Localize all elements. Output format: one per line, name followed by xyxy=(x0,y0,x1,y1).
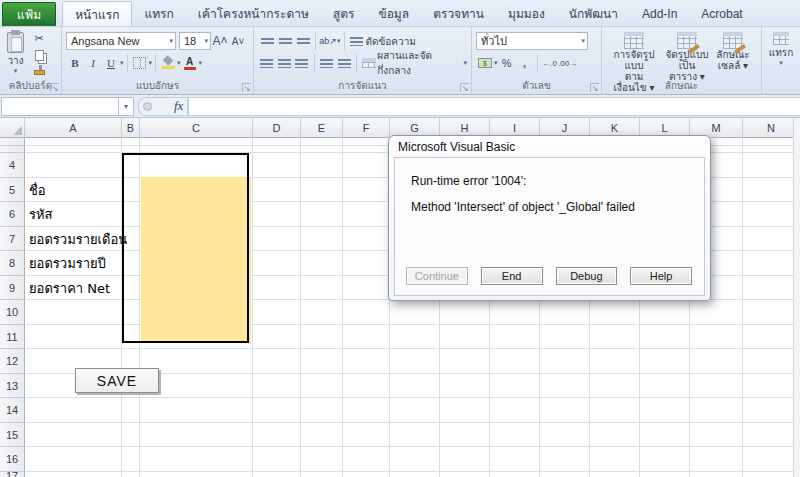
tab-0[interactable]: หน้าแรก xyxy=(62,1,132,26)
increase-indent-button[interactable] xyxy=(335,55,353,71)
name-box[interactable] xyxy=(1,97,119,116)
vertical-scrollbar[interactable] xyxy=(793,118,800,477)
cut-icon[interactable]: ✂ xyxy=(30,30,48,46)
align-top-button[interactable] xyxy=(258,33,276,49)
column-header-D[interactable]: D xyxy=(253,118,301,138)
select-all-corner[interactable] xyxy=(0,118,25,138)
ribbon-tab-strip: แฟ้ม หน้าแรกแทรกเค้าโครงหน้ากระดาษสูตรข้… xyxy=(0,0,800,27)
align-left-button[interactable] xyxy=(258,55,276,71)
font-name-combo[interactable]: Angsana New ▾ xyxy=(66,32,176,50)
row-header-7[interactable]: 7 xyxy=(0,227,25,251)
font-dialog-launcher[interactable]: ↘ xyxy=(242,83,251,92)
divider xyxy=(344,32,345,50)
row-header-15[interactable]: 15 xyxy=(0,423,25,447)
row-header-4[interactable]: 4 xyxy=(0,153,25,178)
tab-1[interactable]: แทรก xyxy=(132,1,185,26)
font-size-combo[interactable]: 18 ▾ xyxy=(179,32,211,50)
fill-color-button[interactable] xyxy=(159,55,177,71)
align-bottom-button[interactable] xyxy=(294,33,312,49)
dialog-debug-button[interactable]: Debug xyxy=(556,267,618,285)
row-header-13[interactable]: 13 xyxy=(0,374,25,398)
align-right-button[interactable] xyxy=(293,55,311,71)
bold-button[interactable]: B xyxy=(66,55,84,71)
align-middle-button[interactable] xyxy=(276,33,294,49)
comma-button[interactable]: , xyxy=(516,55,534,71)
tab-5[interactable]: ตรวจทาน xyxy=(421,1,496,26)
increase-decimal-button[interactable]: ←.0 xyxy=(541,55,559,71)
insert-function-icon[interactable]: fx xyxy=(174,98,183,114)
merge-center-button[interactable]: ผสานและจัดกึ่งกลาง xyxy=(377,48,463,78)
row-header-thin[interactable] xyxy=(0,146,25,153)
cell-styles-icon xyxy=(723,32,743,49)
orientation-dropdown-arrow[interactable]: ▾ xyxy=(337,38,341,44)
accounting-format-button[interactable]: $ xyxy=(476,55,494,71)
insert-cells-button[interactable]: แทรก ▾ xyxy=(766,30,796,68)
save-button[interactable]: SAVE xyxy=(75,368,159,393)
row-header-10[interactable]: 10 xyxy=(0,300,25,325)
underline-dropdown-arrow[interactable]: ▾ xyxy=(120,60,124,66)
clipboard-dialog-launcher[interactable]: ↘ xyxy=(50,83,59,92)
error-code-text: Run-time error '1004': xyxy=(411,174,635,188)
tab-2[interactable]: เค้าโครงหน้ากระดาษ xyxy=(186,1,321,26)
orientation-button[interactable]: ab↗ xyxy=(319,33,337,49)
row-header-6[interactable]: 6 xyxy=(0,202,25,227)
shrink-font-button[interactable]: A˅ xyxy=(229,33,247,49)
group-number: ทั่วไป ▾ $ ▾ % , ←.0 .00→ ตัวเลข ↘ xyxy=(472,27,602,94)
font-color-button[interactable]: A xyxy=(181,55,199,71)
dialog-message: Run-time error '1004': Method 'Intersect… xyxy=(411,174,635,214)
wrap-text-button[interactable]: ตัดข้อความ xyxy=(366,34,416,49)
row-header-11[interactable]: 11 xyxy=(0,325,25,349)
paste-button[interactable]: วาง ▾ xyxy=(4,30,27,80)
tab-4[interactable]: ข้อมูล xyxy=(366,1,421,26)
row-header-5[interactable]: 5 xyxy=(0,178,25,202)
align-center-button[interactable] xyxy=(276,55,294,71)
percent-button[interactable]: % xyxy=(498,55,516,71)
column-header-A[interactable]: A xyxy=(25,118,122,138)
formula-input[interactable] xyxy=(188,97,800,116)
cell-A5[interactable]: ชื่อ xyxy=(29,178,46,202)
column-header-E[interactable]: E xyxy=(301,118,343,138)
merge-center-dropdown-arrow[interactable]: ▾ xyxy=(463,60,467,66)
row-header-17[interactable]: 17 xyxy=(0,472,25,477)
accounting-dropdown-arrow[interactable]: ▾ xyxy=(494,60,498,66)
column-header-C[interactable]: C xyxy=(140,118,253,138)
dialog-end-button[interactable]: End xyxy=(481,267,543,285)
cell-A7[interactable]: ยอดรวมรายเดือน xyxy=(29,227,127,251)
ribbon: วาง ▾ ✂ คลิปบอร์ด ↘ Angsana New ▾ 18 ▾ A… xyxy=(0,27,800,95)
row-header-12[interactable]: 12 xyxy=(0,349,25,374)
tab-6[interactable]: มุมมอง xyxy=(496,1,557,26)
row-header-14[interactable]: 14 xyxy=(0,398,25,423)
copy-icon[interactable] xyxy=(30,47,48,63)
row-header-8[interactable]: 8 xyxy=(0,251,25,276)
grow-font-button[interactable]: A˄ xyxy=(211,33,229,49)
cell-A9[interactable]: ยอดราคา Net xyxy=(29,276,110,300)
cell-A6[interactable]: รหัส xyxy=(29,202,53,226)
align-bottom-icon xyxy=(297,38,310,45)
name-box-dropdown[interactable]: ▾ xyxy=(119,97,134,116)
decrease-decimal-button[interactable]: .00→ xyxy=(559,55,577,71)
number-format-combo[interactable]: ทั่วไป ▾ xyxy=(476,32,588,50)
alignment-dialog-launcher[interactable]: ↘ xyxy=(460,83,469,92)
italic-button[interactable]: I xyxy=(84,55,102,71)
font-color-dropdown-arrow[interactable]: ▾ xyxy=(199,60,203,66)
borders-dropdown-arrow[interactable]: ▾ xyxy=(149,60,153,66)
file-tab[interactable]: แฟ้ม xyxy=(2,2,56,26)
bordered-range[interactable] xyxy=(122,153,249,343)
tab-7[interactable]: นักพัฒนา xyxy=(557,1,630,26)
row-header-16[interactable]: 16 xyxy=(0,447,25,472)
column-header-B[interactable]: B xyxy=(122,118,140,138)
number-dialog-launcher[interactable]: ↘ xyxy=(590,83,599,92)
column-header-F[interactable]: F xyxy=(343,118,390,138)
row-header-9[interactable]: 9 xyxy=(0,276,25,300)
column-header-N[interactable]: N xyxy=(743,118,800,138)
borders-button[interactable] xyxy=(131,55,149,71)
tab-3[interactable]: สูตร xyxy=(321,1,367,26)
underline-button[interactable]: U xyxy=(102,55,120,71)
tab-8[interactable]: Add-In xyxy=(630,1,689,26)
dialog-help-button[interactable]: Help xyxy=(630,267,692,285)
gridline xyxy=(300,138,301,477)
row-header-thin[interactable] xyxy=(0,138,25,146)
cell-A8[interactable]: ยอดรวมรายปี xyxy=(29,251,106,275)
decrease-indent-button[interactable] xyxy=(318,55,336,71)
tab-9[interactable]: Acrobat xyxy=(689,1,754,26)
